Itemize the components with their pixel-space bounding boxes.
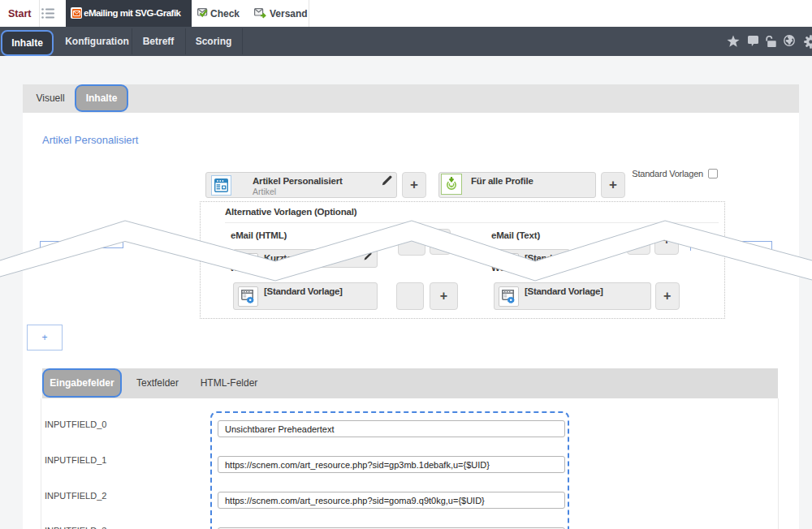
star-icon[interactable] (727, 35, 740, 48)
topbar-divider (39, 0, 40, 27)
standard-vorlagen-checkbox[interactable] (708, 169, 718, 178)
comment-icon[interactable] (748, 36, 758, 47)
profile-card[interactable]: Für alle Profile (438, 172, 596, 198)
alternative-vorlagen-title: Alternative Vorlagen (Optional) (225, 207, 356, 217)
edit-pencil-icon[interactable] (364, 252, 372, 260)
article-card-title: Artikel Personalisiert (253, 176, 343, 186)
edit-pencil-icon[interactable] (382, 175, 392, 186)
slot-box[interactable] (627, 234, 650, 255)
ribbon-item-scoring[interactable]: Scoring (185, 27, 242, 56)
email-html-label: eMail (HTML) (231, 230, 287, 240)
drop-zone[interactable] (690, 241, 772, 251)
app-window: Start eMailing mit SVG-Grafik (0, 0, 812, 529)
ribbon-item-konfiguration[interactable]: Konfiguration (63, 27, 132, 56)
drop-zone[interactable] (40, 241, 123, 248)
tab-visuell[interactable]: Visuell (23, 84, 78, 113)
slot-title: [Standard Vorlage] (525, 286, 603, 296)
ribbon-item-betreff[interactable]: Betreff (132, 27, 185, 56)
article-card-subtitle: Artikel (253, 187, 276, 196)
field-label: INPUTFIELD_3 (45, 526, 106, 529)
slot-box[interactable] (396, 282, 424, 310)
fields-tab-bar: Textfelder HTML-Felder (42, 368, 778, 398)
divider (225, 222, 719, 223)
add-section-button[interactable]: + (27, 325, 63, 351)
email-icon (71, 7, 82, 19)
profile-target-icon (441, 174, 462, 195)
ribbon-divider (242, 28, 243, 54)
add-slot-button[interactable]: + (655, 282, 680, 310)
article-template-card[interactable]: Artikel Personalisiert Artikel (205, 172, 397, 198)
webview-text-label: Webview (Text) (491, 263, 556, 273)
start-menu[interactable]: Start (8, 8, 31, 19)
panel-border (41, 398, 41, 529)
template-icon (499, 286, 519, 307)
add-profile-button[interactable]: + (601, 172, 625, 198)
send-icon (254, 8, 267, 19)
tab-textfelder[interactable]: Textfelder (130, 368, 185, 398)
template-icon (238, 286, 258, 307)
add-slot-button[interactable]: + (430, 282, 458, 310)
article-icon (211, 175, 231, 196)
email-text-label: eMail (Text) (491, 230, 540, 240)
tab-check[interactable]: Check (192, 0, 246, 27)
unlock-icon[interactable] (765, 36, 777, 47)
template-slot-card[interactable]: [Standard Vorlage] (494, 282, 651, 310)
gear-icon[interactable] (804, 35, 812, 49)
slot-title: [Standard Vorlage] (264, 286, 343, 296)
ribbon-bar: Inhalte Konfiguration Betreff Scoring (0, 27, 812, 56)
check-label: Check (210, 8, 240, 19)
slot-title: [Standard Vorlage] (525, 253, 570, 263)
profile-card-title: Für alle Profile (471, 176, 533, 186)
add-slot-button[interactable]: + (430, 229, 451, 255)
inputfield-1[interactable] (218, 456, 565, 473)
check-icon (197, 8, 209, 19)
page-title: Artikel Personalisiert (42, 134, 139, 146)
webview-html-label: Webview (HTML) (230, 263, 302, 273)
topbar-divider (309, 0, 309, 27)
view-tab-bar: Visuell (23, 84, 799, 113)
inputfield-0[interactable] (218, 420, 565, 437)
tab-eingabefelder-active[interactable]: Eingabefelder (42, 368, 122, 398)
emailing-tab-title: eMailing mit SVG-Grafik (84, 8, 181, 18)
tab-html-felder[interactable]: HTML-Felder (195, 368, 263, 398)
field-label: INPUTFIELD_2 (45, 491, 106, 501)
add-article-button[interactable]: + (402, 172, 426, 198)
top-bar: Start eMailing mit SVG-Grafik (0, 0, 812, 27)
tab-versand[interactable]: Versand (246, 0, 309, 27)
slot-title: Kurztext (264, 253, 300, 263)
inputfield-2[interactable] (218, 492, 565, 509)
field-label: INPUTFIELD_1 (45, 455, 106, 465)
tab-emailing-mit-svg-grafik[interactable]: eMailing mit SVG-Grafik (66, 0, 192, 27)
add-slot-button[interactable]: + (654, 226, 679, 255)
tab-inhalte-active[interactable]: Inhalte (75, 84, 128, 112)
field-label: INPUTFIELD_0 (45, 419, 106, 429)
list-icon[interactable] (41, 8, 55, 19)
template-slot-card[interactable]: [Standard Vorlage] (233, 282, 378, 310)
globe-icon[interactable] (784, 35, 795, 46)
standard-vorlagen-label: Standard Vorlagen (632, 169, 703, 178)
slot-box[interactable] (398, 229, 425, 256)
panel-border (778, 398, 779, 529)
versand-label: Versand (270, 8, 308, 19)
ribbon-item-inhalte[interactable]: Inhalte (1, 30, 54, 56)
